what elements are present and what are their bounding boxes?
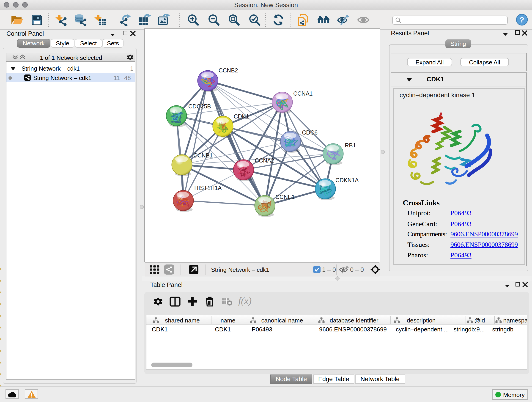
svg-text:CDC6: CDC6 [302, 129, 317, 136]
svg-text:CCNE1: CCNE1 [275, 194, 295, 200]
svg-text:CDC25B: CDC25B [188, 103, 211, 109]
svg-text:?: ? [520, 15, 525, 24]
svg-text:HIST1H1A: HIST1H1A [194, 185, 222, 191]
svg-text:CDK1: CDK1 [234, 113, 249, 120]
svg-text:CCNA1: CCNA1 [293, 90, 313, 97]
svg-text:RB1: RB1 [345, 142, 356, 148]
svg-text:CCNA2: CCNA2 [255, 157, 274, 164]
svg-text:CCNB2: CCNB2 [219, 67, 238, 74]
svg-text:CDKN1A: CDKN1A [336, 177, 359, 183]
svg-text:CCNB1: CCNB1 [193, 152, 213, 159]
